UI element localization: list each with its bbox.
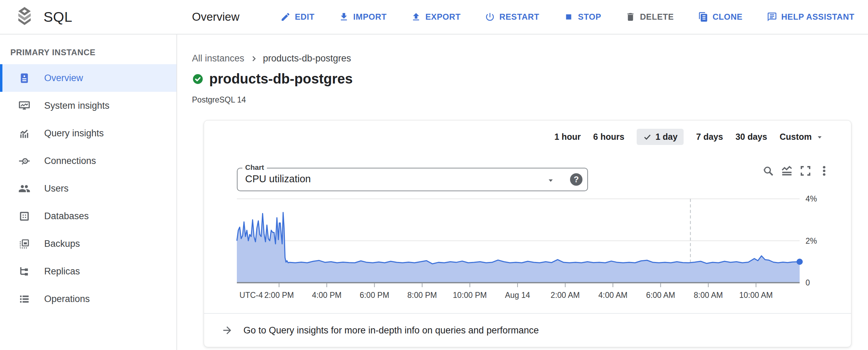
clone-label: CLONE [713, 12, 743, 22]
sidebar-item-backups[interactable]: Backups [0, 230, 176, 257]
sidebar-item-overview[interactable]: Overview [0, 64, 176, 92]
chart-toolbar [762, 165, 830, 177]
connection-plug-icon [18, 155, 30, 167]
time-range-custom[interactable]: Custom [780, 132, 824, 142]
bar-chart-trend-icon [18, 127, 30, 139]
time-range-1-hour[interactable]: 1 hour [554, 132, 581, 142]
sidebar-item-system-insights[interactable]: System insights [0, 92, 176, 119]
trash-icon [625, 12, 636, 22]
svg-text:2:00 PM: 2:00 PM [264, 291, 294, 300]
instance-version: PostgreSQL 14 [192, 95, 246, 105]
instance-title: products-db-postgres [209, 71, 353, 87]
export-label: EXPORT [425, 12, 461, 22]
sidebar-label: Databases [44, 211, 89, 222]
status-healthy-icon [192, 73, 204, 85]
import-button[interactable]: IMPORT [339, 12, 387, 22]
chart-metric-select[interactable]: Chart CPU utilization ? [237, 168, 588, 191]
sidebar-label: Connections [44, 156, 96, 166]
svg-text:4:00 PM: 4:00 PM [312, 291, 342, 300]
operations-list-icon [18, 293, 30, 305]
banner-text: Go to Query insights for more in-depth i… [243, 325, 539, 336]
svg-text:8:00 AM: 8:00 AM [694, 291, 723, 300]
fullscreen-icon[interactable] [799, 165, 812, 177]
chat-icon [767, 12, 777, 22]
database-grid-icon [18, 210, 30, 222]
sidebar: PRIMARY INSTANCE Overview System insight… [0, 34, 177, 350]
svg-text:6:00 AM: 6:00 AM [646, 291, 675, 300]
stop-button[interactable]: STOP [563, 12, 601, 22]
svg-text:8:00 PM: 8:00 PM [407, 291, 437, 300]
cpu-utilization-chart: UTC-42:00 PM4:00 PM6:00 PM8:00 PM10:00 P… [204, 189, 851, 309]
import-icon [339, 12, 349, 22]
clone-button[interactable]: CLONE [698, 12, 743, 22]
time-range-1-day-selected[interactable]: 1 day [637, 129, 684, 145]
arrow-forward-icon [221, 324, 233, 336]
svg-text:UTC-4: UTC-4 [240, 291, 263, 300]
time-range-30-days[interactable]: 30 days [735, 132, 767, 142]
sidebar-label: Users [44, 183, 69, 194]
dropdown-caret-icon [546, 175, 556, 185]
cpu-utilization-chart-svg: UTC-42:00 PM4:00 PM6:00 PM8:00 PM10:00 P… [204, 189, 851, 309]
power-icon [485, 12, 495, 22]
instance-overview-icon [18, 72, 30, 84]
sidebar-label: Operations [44, 294, 90, 304]
time-range-6-hours[interactable]: 6 hours [593, 132, 624, 142]
sidebar-item-databases[interactable]: Databases [0, 202, 176, 230]
users-icon [18, 183, 30, 195]
restart-button[interactable]: RESTART [485, 12, 539, 22]
svg-text:10:00 AM: 10:00 AM [739, 291, 773, 300]
area-chart-icon[interactable] [781, 165, 793, 177]
export-icon [411, 12, 421, 22]
help-assistant-label: HELP ASSISTANT [781, 12, 855, 22]
sidebar-label: Replicas [44, 266, 80, 277]
edit-button[interactable]: EDIT [280, 12, 315, 22]
replica-tree-icon [18, 265, 30, 278]
time-range-selector: 1 hour 6 hours 1 day 7 days 30 days Cust… [554, 129, 824, 145]
monitor-chart-icon [18, 100, 30, 112]
clone-icon [698, 12, 708, 22]
sidebar-item-query-insights[interactable]: Query insights [0, 119, 176, 147]
time-range-1-day-label: 1 day [655, 132, 677, 142]
svg-text:4%: 4% [806, 194, 817, 203]
svg-text:Aug 14: Aug 14 [505, 291, 530, 300]
sidebar-item-replicas[interactable]: Replicas [0, 257, 176, 285]
sidebar-section-label: PRIMARY INSTANCE [10, 48, 176, 57]
breadcrumb: All instances products-db-postgres [192, 53, 351, 64]
stop-label: STOP [578, 12, 601, 22]
product-name: SQL [44, 9, 73, 25]
svg-text:2%: 2% [806, 236, 817, 245]
time-range-7-days[interactable]: 7 days [696, 132, 723, 142]
edit-label: EDIT [295, 12, 315, 22]
restart-label: RESTART [499, 12, 539, 22]
backups-copy-icon [18, 238, 30, 250]
metrics-card: 1 hour 6 hours 1 day 7 days 30 days Cust… [204, 120, 851, 347]
svg-text:2:00 AM: 2:00 AM [551, 291, 580, 300]
app-header: SQL Overview EDIT IMPORT EXPORT RESTART … [0, 0, 868, 35]
instance-title-row: products-db-postgres [192, 71, 353, 87]
sidebar-item-operations[interactable]: Operations [0, 285, 176, 313]
export-button[interactable]: EXPORT [411, 12, 461, 22]
check-icon [643, 133, 652, 142]
page-title: Overview [192, 10, 240, 23]
query-insights-banner[interactable]: Go to Query insights for more in-depth i… [204, 314, 851, 347]
pencil-icon [280, 12, 291, 22]
chart-help-icon[interactable]: ? [570, 173, 582, 186]
svg-text:6:00 PM: 6:00 PM [360, 291, 389, 300]
sidebar-item-users[interactable]: Users [0, 175, 176, 202]
chevron-right-icon [249, 54, 258, 63]
svg-text:10:00 PM: 10:00 PM [453, 291, 487, 300]
more-vert-icon[interactable] [818, 165, 830, 177]
sidebar-label: Backups [44, 239, 80, 249]
main-content: All instances products-db-postgres produ… [177, 34, 868, 350]
sidebar-item-connections[interactable]: Connections [0, 147, 176, 175]
chart-select-value: CPU utilization [245, 173, 311, 185]
sidebar-label: Overview [44, 73, 83, 84]
zoom-reset-icon[interactable] [762, 165, 774, 177]
delete-button[interactable]: DELETE [625, 12, 674, 22]
stop-icon [563, 12, 574, 22]
chart-select-label: Chart [242, 163, 267, 172]
sidebar-label: System insights [44, 100, 109, 111]
time-range-custom-label: Custom [780, 132, 812, 142]
help-assistant-button[interactable]: HELP ASSISTANT [767, 12, 855, 22]
breadcrumb-all-instances-link[interactable]: All instances [192, 53, 244, 64]
